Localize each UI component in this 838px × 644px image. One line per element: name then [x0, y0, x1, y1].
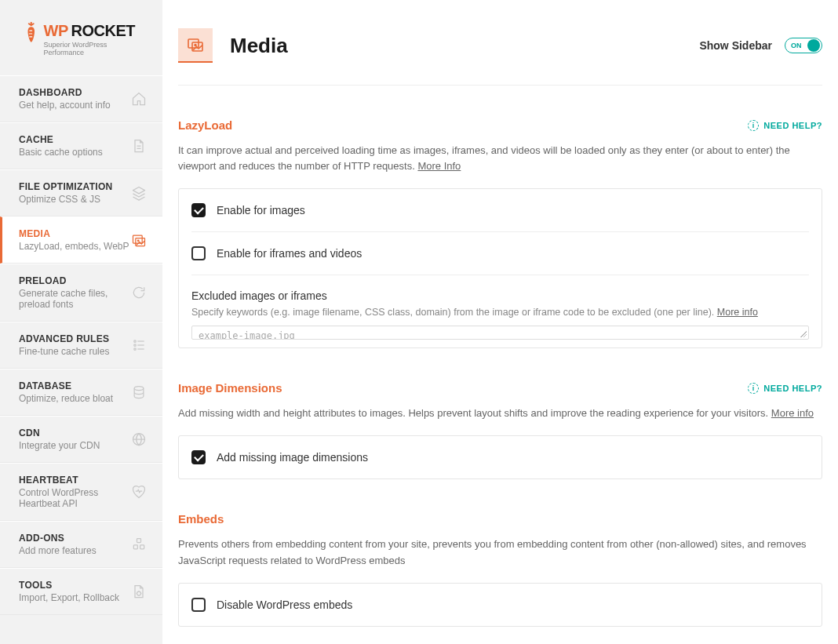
- main-content: Media Show Sidebar ON LazyLoad i NEED HE…: [162, 0, 838, 644]
- lazyload-more-info-link[interactable]: More Info: [417, 160, 461, 172]
- svg-point-4: [134, 344, 137, 347]
- nav-advanced-rules[interactable]: ADVANCED RULES Fine-tune cache rules: [0, 322, 162, 369]
- svg-point-6: [134, 387, 144, 391]
- page-header: Media Show Sidebar ON: [178, 28, 822, 86]
- excluded-sub: Specify keywords (e.g. image filename, C…: [191, 307, 809, 318]
- file-icon: [131, 138, 147, 154]
- help-icon: i: [748, 120, 759, 131]
- dimensions-more-info-link[interactable]: More info: [771, 407, 814, 419]
- label-enable-images: Enable for images: [217, 204, 305, 216]
- nav-preload[interactable]: PRELOAD Generate cache files, preload fo…: [0, 264, 162, 322]
- svg-rect-9: [133, 545, 137, 549]
- nav-dashboard[interactable]: DASHBOARD Get help, account info: [0, 75, 162, 122]
- media-icon: [131, 232, 147, 248]
- nav-cache[interactable]: CACHE Basic cache options: [0, 122, 162, 169]
- brand-logo: WP ROCKET Superior WordPress Performance: [0, 0, 162, 75]
- label-enable-iframes: Enable for iframes and videos: [217, 247, 362, 260]
- excluded-textarea[interactable]: example-image.jpg: [191, 326, 809, 340]
- excluded-title: Excluded images or iframes: [191, 289, 809, 302]
- database-icon: [131, 384, 147, 400]
- section-title-dimensions: Image Dimensions: [178, 381, 282, 395]
- nav-heartbeat[interactable]: HEARTBEAT Control WordPress Heartbeat AP…: [0, 463, 162, 521]
- svg-point-3: [134, 340, 137, 343]
- nav-addons[interactable]: ADD-ONS Add more features: [0, 521, 162, 568]
- section-embeds: Embeds Prevents others from embedding co…: [178, 512, 822, 626]
- need-help-dimensions[interactable]: i NEED HELP?: [748, 383, 822, 394]
- rules-icon: [131, 337, 147, 353]
- sidebar: WP ROCKET Superior WordPress Performance…: [0, 0, 162, 644]
- checkbox-disable-embeds[interactable]: [191, 598, 206, 612]
- addons-icon: [131, 537, 147, 552]
- lazyload-desc: It can improve actual and perceived load…: [178, 143, 822, 174]
- excluded-more-info-link[interactable]: More info: [717, 307, 758, 318]
- nav-file-optimization[interactable]: FILE OPTIMIZATION Optimize CSS & JS: [0, 169, 162, 216]
- page-media-icon: [178, 28, 213, 63]
- label-add-dimensions: Add missing image dimensions: [217, 451, 368, 464]
- need-help-lazyload[interactable]: i NEED HELP?: [748, 120, 822, 131]
- checkbox-add-dimensions[interactable]: [191, 450, 206, 464]
- svg-point-11: [137, 591, 141, 595]
- heartbeat-icon: [131, 484, 147, 500]
- tools-icon: [131, 584, 147, 599]
- show-sidebar-toggle[interactable]: ON: [785, 38, 822, 53]
- nav-media[interactable]: MEDIA LazyLoad, embeds, WebP: [0, 216, 162, 264]
- section-lazyload: LazyLoad i NEED HELP? It can improve act…: [178, 118, 822, 348]
- embeds-desc: Prevents others from embedding content f…: [178, 537, 822, 568]
- svg-rect-8: [137, 539, 141, 543]
- dimensions-desc: Add missing width and height attributes …: [178, 406, 822, 421]
- svg-point-2: [137, 240, 139, 242]
- page-title: Media: [230, 34, 288, 58]
- section-title-embeds: Embeds: [178, 512, 224, 526]
- layers-icon: [131, 185, 147, 201]
- nav-tools[interactable]: TOOLS Import, Export, Rollback: [0, 568, 162, 615]
- section-title-lazyload: LazyLoad: [178, 118, 232, 132]
- nav-database[interactable]: DATABASE Optimize, reduce bloat: [0, 369, 162, 416]
- checkbox-enable-iframes[interactable]: [191, 246, 206, 260]
- svg-point-14: [195, 45, 196, 46]
- svg-point-5: [134, 348, 137, 351]
- carrot-icon: [24, 22, 39, 44]
- label-disable-embeds: Disable WordPress embeds: [217, 599, 352, 611]
- checkbox-enable-images[interactable]: [191, 203, 206, 217]
- home-icon: [131, 91, 147, 107]
- svg-rect-0: [133, 235, 143, 243]
- nav-cdn[interactable]: CDN Integrate your CDN: [0, 416, 162, 463]
- help-icon: i: [748, 383, 759, 394]
- refresh-icon: [131, 285, 147, 300]
- section-image-dimensions: Image Dimensions i NEED HELP? Add missin…: [178, 381, 822, 479]
- svg-rect-10: [140, 545, 144, 549]
- globe-icon: [131, 431, 147, 447]
- show-sidebar-label: Show Sidebar: [699, 39, 772, 52]
